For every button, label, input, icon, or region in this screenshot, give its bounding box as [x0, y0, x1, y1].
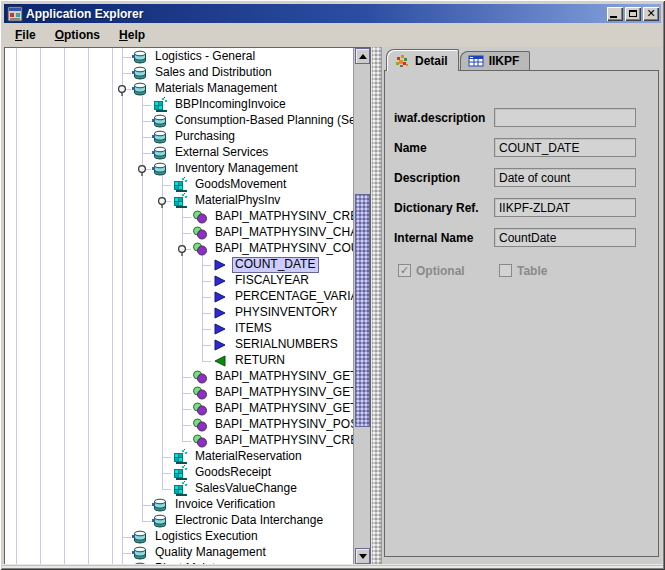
tree-node-materialphysinv[interactable]: MaterialPhysInv: [172, 193, 284, 209]
tree-guide-line: [142, 521, 151, 522]
flags-row: ✓ Optional Table: [385, 263, 658, 279]
tree-node-purchasing[interactable]: Purchasing: [152, 129, 239, 145]
tree-node-label: BAPI_MATPHYSINV_CREA: [212, 433, 353, 449]
tree-node-bapi-matphysinv-getit[interactable]: BAPI_MATPHYSINV_GETIT: [192, 385, 353, 401]
tree-node-label: Quality Management: [152, 545, 270, 561]
tree-node-bapi-matphysinv-getl[interactable]: BAPI_MATPHYSINV_GETL: [192, 401, 353, 417]
scroll-up-icon: [359, 54, 367, 59]
iwaf-description-field[interactable]: [494, 108, 636, 127]
component-icon: [152, 161, 168, 177]
tree-node-fiscalyear[interactable]: FISCALYEAR: [212, 273, 313, 289]
component-icon: [152, 113, 168, 129]
component-icon: [152, 145, 168, 161]
tree-node-bapi-matphysinv-coun[interactable]: BAPI_MATPHYSINV_COUN: [192, 241, 353, 257]
tree-node-label: PERCENTAGE_VARIAN: [232, 289, 353, 305]
tree-node-invoice-verification[interactable]: Invoice Verification: [152, 497, 279, 513]
scroll-down-button[interactable]: [355, 548, 370, 564]
tree-node-materialreservation[interactable]: MaterialReservation: [172, 449, 306, 465]
tree-node-goodsmovement[interactable]: GoodsMovement: [172, 177, 290, 193]
collapse-handle-icon[interactable]: [117, 84, 127, 98]
tab-detail[interactable]: Detail: [386, 49, 459, 71]
internal-name-field[interactable]: CountDate: [494, 228, 636, 247]
maximize-button[interactable]: [625, 7, 641, 21]
tree-node-label: COUNT_DATE: [232, 257, 319, 273]
tree-guide-line: [122, 537, 131, 538]
tree-guide-line: [182, 425, 191, 426]
tree-node-percentage-varian[interactable]: PERCENTAGE_VARIAN: [212, 289, 353, 305]
tree-node-return[interactable]: RETURN: [212, 353, 289, 369]
application-window: Application Explorer ✕ FileOptionsHelp L…: [0, 0, 665, 570]
titlebar[interactable]: Application Explorer ✕: [4, 4, 661, 23]
tree-guide-line: [162, 185, 171, 186]
tree-guide-line: [202, 281, 211, 282]
tree-guide-line: [162, 173, 163, 489]
tree-node-materials-management[interactable]: Materials Management: [132, 81, 281, 97]
tab-label: Detail: [415, 54, 448, 68]
scroll-up-button[interactable]: [355, 48, 370, 64]
tree-node-label: Electronic Data Interchange: [172, 513, 327, 529]
tree-node-quality-management[interactable]: Quality Management: [132, 545, 270, 561]
tree-vertical-scrollbar[interactable]: [353, 48, 370, 564]
method-icon: [192, 385, 208, 401]
tree-node-bapi-matphysinv-chan[interactable]: BAPI_MATPHYSINV_CHAN: [192, 225, 353, 241]
tree-node-label: MaterialPhysInv: [192, 193, 284, 209]
tree-node-count-date[interactable]: COUNT_DATE: [212, 257, 319, 273]
tree-node-bapi-matphysinv-crea[interactable]: BAPI_MATPHYSINV_CREA: [192, 209, 353, 225]
window-title: Application Explorer: [26, 7, 143, 21]
splitpane-divider[interactable]: [371, 47, 382, 565]
tree-guide-line: [182, 217, 191, 218]
tree-node-bapi-matphysinv-crea[interactable]: BAPI_MATPHYSINV_CREA: [192, 433, 353, 449]
tree-node-external-services[interactable]: External Services: [152, 145, 272, 161]
name-field[interactable]: COUNT_DATE: [494, 138, 636, 157]
tree-node-label: Purchasing: [172, 129, 239, 145]
collapse-handle-icon[interactable]: [177, 244, 187, 258]
tree-node-sales-and-distribution[interactable]: Sales and Distribution: [132, 65, 276, 81]
close-button[interactable]: ✕: [643, 7, 659, 21]
collapse-handle-icon[interactable]: [137, 164, 147, 178]
tree-node-label: Materials Management: [152, 81, 281, 97]
internal-name-value: CountDate: [499, 231, 556, 245]
tree-node-logistics-general[interactable]: Logistics - General: [132, 49, 259, 65]
table-checkbox[interactable]: [499, 264, 512, 277]
tree-node-physinventory[interactable]: PHYSINVENTORY: [212, 305, 341, 321]
tree-node-label: Invoice Verification: [172, 497, 279, 513]
tree-node-consumption-based-planning-se[interactable]: Consumption-Based Planning (Se: [152, 113, 353, 129]
tree-node-logistics-execution[interactable]: Logistics Execution: [132, 529, 262, 545]
menu-file[interactable]: File: [13, 26, 45, 44]
tree-node-inventory-management[interactable]: Inventory Management: [152, 161, 302, 177]
description-field[interactable]: Date of count: [494, 168, 636, 187]
tree-node-serialnumbers[interactable]: SERIALNUMBERS: [212, 337, 342, 353]
tree-node-items[interactable]: ITEMS: [212, 321, 276, 337]
name-value: COUNT_DATE: [499, 141, 579, 155]
tree-node-bapi-matphysinv-getd[interactable]: BAPI_MATPHYSINV_GETD: [192, 369, 353, 385]
internal-name-label: Internal Name: [394, 231, 473, 245]
description-value: Date of count: [499, 171, 570, 185]
tree-node-label: External Services: [172, 145, 272, 161]
tree-node-label: MaterialReservation: [192, 449, 306, 465]
tree-guide-line: [202, 297, 211, 298]
tree-guide-line: [112, 48, 113, 564]
tree-node-bbpincominginvoice[interactable]: BBPIncomingInvoice: [152, 97, 290, 113]
tree-node-bapi-matphysinv-post[interactable]: BAPI_MATPHYSINV_POST: [192, 417, 353, 433]
component-icon: [152, 513, 168, 529]
tree-node-label: FISCALYEAR: [232, 273, 313, 289]
tree-guide-line: [142, 105, 151, 106]
tree-node-salesvaluechange[interactable]: SalesValueChange: [172, 481, 301, 497]
tree-node-electronic-data-interchange[interactable]: Electronic Data Interchange: [152, 513, 327, 529]
menu-options[interactable]: Options: [53, 26, 109, 44]
tree-node-label: Sales and Distribution: [152, 65, 276, 81]
dictionary-ref-field[interactable]: IIKPF-ZLDAT: [494, 198, 636, 217]
scrollbar-thumb[interactable]: [355, 194, 370, 427]
method-icon: [192, 369, 208, 385]
tree-node-goodsreceipt[interactable]: GoodsReceipt: [172, 465, 275, 481]
collapse-handle-icon[interactable]: [157, 196, 167, 210]
business-object-icon: [172, 193, 188, 209]
business-object-icon: [152, 97, 168, 113]
menu-help[interactable]: Help: [117, 26, 154, 44]
minimize-button[interactable]: [607, 7, 623, 21]
optional-checkbox[interactable]: ✓: [398, 264, 411, 277]
tab-iikpf[interactable]: IIKPF: [460, 51, 531, 70]
check-icon: ✓: [400, 265, 409, 276]
business-object-icon: [172, 177, 188, 193]
tree-guide-line: [122, 553, 131, 554]
